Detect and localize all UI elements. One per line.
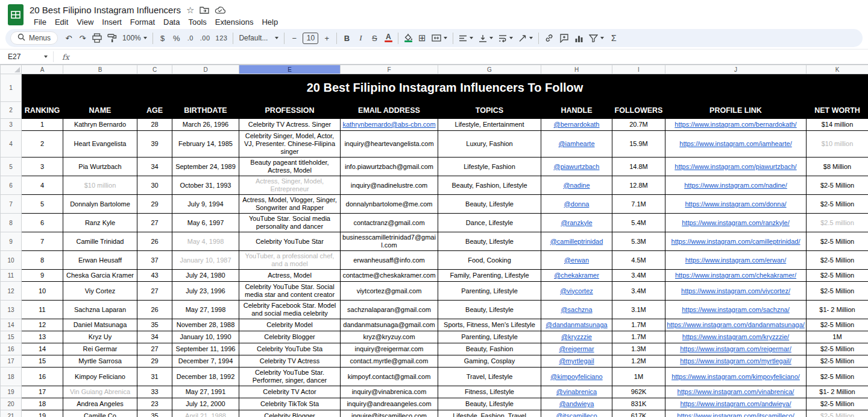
cell[interactable]: Kimpoy Feliciano [63,368,137,386]
move-folder-icon[interactable] [200,6,209,14]
cell[interactable]: Actress, Model [239,270,341,282]
cell[interactable]: Celebrity Blogger [239,410,341,417]
cell[interactable]: info.piawurtzbach@gmail.com [341,158,438,176]
cell-link[interactable]: https://www.instagram.com/iamhearte/ [679,140,791,147]
cell[interactable]: inquiry@nadinelustre.com [341,176,438,195]
cell[interactable]: sachznalaparan@gmail.com [341,301,438,319]
cell[interactable]: 14 [22,343,63,355]
cell[interactable]: donnalynbartolome@me.com [341,195,438,214]
row-header-4[interactable]: 4 [1,131,22,158]
cell[interactable]: 1.3M [612,343,665,355]
cell[interactable]: Vin Guiang Abrenica [63,386,137,398]
menu-data[interactable]: Data [159,17,184,27]
cell-link[interactable]: @itscamilleco [556,412,597,417]
cell[interactable]: 1.7M [612,319,665,331]
cell[interactable]: 27 [137,282,172,301]
format-percent-button[interactable]: % [170,31,183,45]
cell[interactable]: Celebrity YouTube Sta [239,343,341,355]
cell[interactable]: Celebrity YouTube Star. Social media sta… [239,282,341,301]
col-header-I[interactable]: I [612,65,665,74]
fill-color-button[interactable] [401,31,415,45]
sheet-title-cell[interactable]: 20 Best Filipino Instagram Influencers T… [22,74,868,102]
cell[interactable]: July 24, 1980 [172,270,239,282]
cell[interactable]: $10 million [63,176,137,195]
cell[interactable]: Fitness, Lifestyle [438,386,541,398]
cell[interactable]: Pia Wurtzbach [63,158,137,176]
horizontal-align-button[interactable] [456,31,476,45]
cell[interactable]: $2-5 Million [807,343,868,355]
row-header-19[interactable]: 19 [1,386,22,398]
cell[interactable]: Andrea Angeles [63,398,137,410]
cell[interactable]: May 6, 1997 [172,214,239,232]
cell[interactable]: https://www.instagram.com/erwan/ [665,251,807,270]
cell[interactable]: 23 [137,398,172,410]
cell[interactable]: 4.5M [612,251,665,270]
cell-link[interactable]: https://www.instagram.com/itscamilleco/ [677,412,794,417]
cell[interactable]: Food, Cooking [438,251,541,270]
cell[interactable]: $8 Million [807,158,868,176]
cell[interactable]: Celebrity Facebook Star. Model and socia… [239,301,341,319]
column-title-topics[interactable]: TOPICS [438,102,541,119]
cell[interactable]: contactme@cheskakramer.com [341,270,438,282]
cell[interactable]: @myrtlegail [541,355,612,368]
cell[interactable]: Daniel Matsunaga [63,319,137,331]
cell[interactable]: Sachzna Laparan [63,301,137,319]
cell[interactable]: https://www.instagram.com/ranzkyle/ [665,214,807,232]
cell[interactable]: https://www.instagram.com/bernardokath/ [665,119,807,131]
row-header-6[interactable]: 6 [1,176,22,195]
cell[interactable]: kathrynbernardo@abs-cbn.com [341,119,438,131]
cell[interactable]: Beauty, Fashion [438,343,541,355]
cell[interactable]: 8 [22,251,63,270]
cell[interactable]: 3 [22,158,63,176]
cell[interactable]: 15 [22,355,63,368]
col-header-D[interactable]: D [172,65,239,74]
cell[interactable]: November 28, 1988 [172,319,239,331]
text-color-button[interactable]: A [382,31,395,45]
zoom-select[interactable]: 100% [120,31,149,45]
cell[interactable]: 26 [137,232,172,251]
cell[interactable]: April 21, 1988 [172,410,239,417]
row-header-14[interactable]: 14 [1,319,22,331]
cell[interactable]: $2-5 Million [807,410,868,417]
cell[interactable]: $14 million [807,119,868,131]
cell[interactable]: https://www.instagram.com/viycortez/ [665,282,807,301]
cell[interactable]: 30 [137,176,172,195]
cell[interactable]: https://www.instagram.com/itscamilleco/ [665,410,807,417]
cell[interactable]: @reigermar [541,343,612,355]
col-header-J[interactable]: J [665,65,807,74]
row-header-1[interactable]: 1 [1,74,22,102]
cell[interactable]: @camilleptrinidad [541,232,612,251]
cell[interactable]: 1.2M [612,355,665,368]
cell-link[interactable]: @reigermar [559,345,594,352]
row-header-15[interactable]: 15 [1,331,22,343]
row-header-12[interactable]: 12 [1,282,22,301]
cell-link[interactable]: @erwan [564,256,589,264]
cell[interactable]: contactranz@gmail.com [341,214,438,232]
cell[interactable]: March 26, 1996 [172,119,239,131]
column-title-age[interactable]: AGE [137,102,172,119]
cell[interactable]: https://www.instagram.com/dandanmatsunag… [665,319,807,331]
cell[interactable]: December 7, 1994 [172,355,239,368]
menu-file[interactable]: File [30,17,51,27]
vertical-align-button[interactable] [476,31,495,45]
cell[interactable]: $10 million [807,131,868,158]
select-all-corner[interactable] [1,65,22,74]
cell[interactable]: 617K [612,410,665,417]
cell[interactable]: Erwan Heusaff [63,251,137,270]
cell[interactable]: viytcortez@gmail.com [341,282,438,301]
cell[interactable]: 26 [137,301,172,319]
cell[interactable]: $1- 2 Million [807,386,868,398]
cell[interactable]: dandanmatsunaga@gmail.com [341,319,438,331]
cell-link[interactable]: @andwieya [559,400,594,407]
cell-link[interactable]: @donna [564,200,590,208]
cell-link[interactable]: @myrtlegail [559,357,594,364]
cell[interactable]: https://www.instagram.com/nadine/ [665,176,807,195]
cell[interactable]: 34 [137,158,172,176]
cell[interactable]: 27 [137,343,172,355]
col-header-E[interactable]: E [239,65,341,74]
menus-button[interactable]: Menus [10,31,58,45]
cell[interactable]: https://www.instagram.com/sachzna/ [665,301,807,319]
cell[interactable]: 35 [137,319,172,331]
cell[interactable]: 6 [22,214,63,232]
cell-link[interactable]: https://www.instagram.com/donna/ [685,200,786,208]
